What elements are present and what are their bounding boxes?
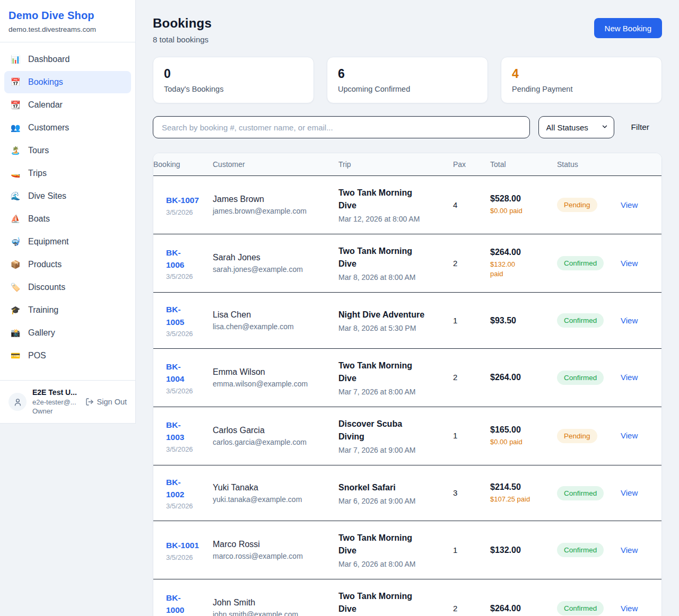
user-role: Owner bbox=[32, 407, 77, 416]
sidebar-item-calendar[interactable]: 📆 Calendar bbox=[4, 94, 131, 116]
customer-name: Yuki Tanaka bbox=[213, 483, 334, 492]
sidebar-item-discounts[interactable]: 🏷️ Discounts bbox=[4, 276, 131, 298]
status-badge: Confirmed bbox=[557, 601, 604, 615]
total-amount: $132.00 bbox=[490, 545, 553, 555]
trip-time: Mar 8, 2026 at 5:30 PM bbox=[338, 324, 449, 332]
sidebar-item-products[interactable]: 📦 Products bbox=[4, 253, 131, 276]
user-email: e2e-tester@... bbox=[32, 398, 77, 407]
new-booking-button[interactable]: New Booking bbox=[594, 18, 662, 38]
bar-chart-icon: 📊 bbox=[10, 54, 21, 65]
column-header: Trip bbox=[338, 153, 453, 176]
sidebar-item-gallery[interactable]: 📸 Gallery bbox=[4, 322, 131, 344]
sidebar-item-label: Calendar bbox=[28, 99, 63, 111]
sidebar-item-label: Tours bbox=[28, 145, 49, 156]
booking-id-link[interactable]: BK- 1005 bbox=[166, 303, 208, 328]
view-link[interactable]: View bbox=[621, 604, 638, 613]
column-header: Total bbox=[490, 153, 557, 176]
sidebar-item-customers[interactable]: 👥 Customers bbox=[4, 117, 131, 139]
booking-date: 3/5/2026 bbox=[166, 445, 208, 453]
sidebar: Demo Dive Shop demo.test.divestreams.com… bbox=[0, 0, 136, 424]
trip-time: Mar 8, 2026 at 8:00 AM bbox=[338, 273, 449, 281]
customer-email: lisa.chen@example.com bbox=[213, 322, 334, 331]
status-badge: Confirmed bbox=[557, 371, 604, 385]
booking-date: 3/5/2026 bbox=[166, 208, 208, 216]
pax-count: 1 bbox=[453, 316, 457, 325]
trip-name: Two Tank Morning Dive bbox=[338, 187, 449, 212]
view-link[interactable]: View bbox=[621, 316, 638, 325]
stat-value: 6 bbox=[338, 67, 477, 81]
user-box: E2E Test U... e2e-tester@... Owner Sign … bbox=[0, 380, 135, 423]
sidebar-item-training[interactable]: 🎓 Training bbox=[4, 299, 131, 321]
view-link[interactable]: View bbox=[621, 259, 638, 268]
status-select[interactable]: All Statuses bbox=[538, 116, 614, 138]
trip-time: Mar 12, 2026 at 8:00 AM bbox=[338, 215, 449, 223]
booking-id-link[interactable]: BK-1007 bbox=[166, 194, 208, 206]
trip-time: Mar 7, 2026 at 8:00 AM bbox=[338, 388, 449, 396]
pax-count: 2 bbox=[453, 604, 457, 613]
status-badge: Confirmed bbox=[557, 543, 604, 557]
table-row: BK- 1006 3/5/2026 Sarah Jones sarah.jone… bbox=[153, 234, 661, 293]
bookings-table-card: BookingCustomerTripPaxTotalStatus BK-100… bbox=[153, 153, 662, 616]
view-link[interactable]: View bbox=[621, 545, 638, 555]
booking-id-link[interactable]: BK- 1002 bbox=[166, 476, 208, 501]
view-link[interactable]: View bbox=[621, 431, 638, 440]
customer-name: Emma Wilson bbox=[213, 367, 334, 377]
view-link[interactable]: View bbox=[621, 200, 638, 209]
customer-email: james.brown@example.com bbox=[213, 207, 334, 215]
sidebar-item-equipment[interactable]: 🤿 Equipment bbox=[4, 231, 131, 253]
sidebar-item-bookings[interactable]: 📅 Bookings bbox=[4, 71, 131, 93]
sidebar-nav: 📊 Dashboard 📅 Bookings 📆 Calendar 👥 Cust… bbox=[0, 42, 135, 380]
sign-out-button[interactable]: Sign Out bbox=[85, 398, 127, 406]
trip-name: Two Tank Morning Dive bbox=[338, 590, 449, 615]
trip-name: Night Dive Adventure bbox=[338, 309, 449, 321]
booking-id-link[interactable]: BK- 1006 bbox=[166, 247, 208, 271]
status-badge: Pending bbox=[557, 198, 597, 212]
customer-name: Lisa Chen bbox=[213, 310, 334, 320]
stat-label: Today's Bookings bbox=[164, 85, 303, 93]
stat-label: Pending Payment bbox=[512, 85, 651, 93]
customer-name: Carlos Garcia bbox=[213, 426, 334, 435]
sidebar-item-label: Customers bbox=[28, 122, 69, 134]
camera-icon: 📸 bbox=[10, 327, 21, 339]
sidebar-item-label: POS bbox=[28, 350, 46, 362]
sidebar-item-dashboard[interactable]: 📊 Dashboard bbox=[4, 48, 131, 71]
sidebar-item-pos[interactable]: 💳 POS bbox=[4, 345, 131, 367]
column-header: Pax bbox=[453, 153, 490, 176]
people-icon: 👥 bbox=[10, 122, 21, 134]
search-input[interactable] bbox=[153, 116, 530, 138]
total-amount: $528.00 bbox=[490, 194, 553, 204]
paid-amount: $132.00 paid bbox=[490, 260, 553, 279]
table-row: BK- 1002 3/5/2026 Yuki Tanaka yuki.tanak… bbox=[153, 465, 661, 521]
customer-email: sarah.jones@example.com bbox=[213, 265, 334, 274]
sidebar-item-dive-sites[interactable]: 🌊 Dive Sites bbox=[4, 185, 131, 207]
filter-button[interactable]: Filter bbox=[623, 122, 662, 132]
sidebar-item-label: Products bbox=[28, 259, 62, 270]
wave-icon: 🌊 bbox=[10, 190, 21, 202]
total-amount: $264.00 bbox=[490, 248, 553, 257]
total-amount: $93.50 bbox=[490, 316, 553, 325]
status-select-wrap: All Statuses bbox=[538, 116, 614, 138]
sidebar-item-trips[interactable]: 🚤 Trips bbox=[4, 162, 131, 184]
booking-id-link[interactable]: BK- 1004 bbox=[166, 360, 208, 385]
trip-name: Two Tank Morning Dive bbox=[338, 532, 449, 557]
view-link[interactable]: View bbox=[621, 488, 638, 497]
booking-id-link[interactable]: BK- 1003 bbox=[166, 419, 208, 444]
booking-id-link[interactable]: BK- 1000 bbox=[166, 592, 208, 616]
view-link[interactable]: View bbox=[621, 373, 638, 382]
trip-name: Snorkel Safari bbox=[338, 481, 449, 494]
sidebar-item-tours[interactable]: 🏝️ Tours bbox=[4, 139, 131, 162]
sidebar-item-boats[interactable]: ⛵ Boats bbox=[4, 208, 131, 230]
table-row: BK- 1000 3/5/2026 John Smith john.smith@… bbox=[153, 579, 661, 616]
sign-out-label: Sign Out bbox=[97, 398, 127, 406]
sidebar-item-label: Dive Sites bbox=[28, 190, 66, 202]
booking-id-link[interactable]: BK-1001 bbox=[166, 539, 208, 551]
trip-name: Two Tank Morning Dive bbox=[338, 359, 449, 385]
page-header: Bookings 8 total bookings New Booking bbox=[153, 16, 662, 44]
shop-name: Demo Dive Shop bbox=[8, 10, 127, 22]
trip-name: Discover Scuba Diving bbox=[338, 418, 449, 443]
customer-name: Marco Rossi bbox=[213, 540, 334, 549]
customer-email: carlos.garcia@example.com bbox=[213, 438, 334, 446]
stat-card: 6 Upcoming Confirmed bbox=[327, 57, 488, 103]
app-root: Demo Dive Shop demo.test.divestreams.com… bbox=[0, 0, 679, 616]
sidebar-header: Demo Dive Shop demo.test.divestreams.com bbox=[0, 0, 135, 42]
